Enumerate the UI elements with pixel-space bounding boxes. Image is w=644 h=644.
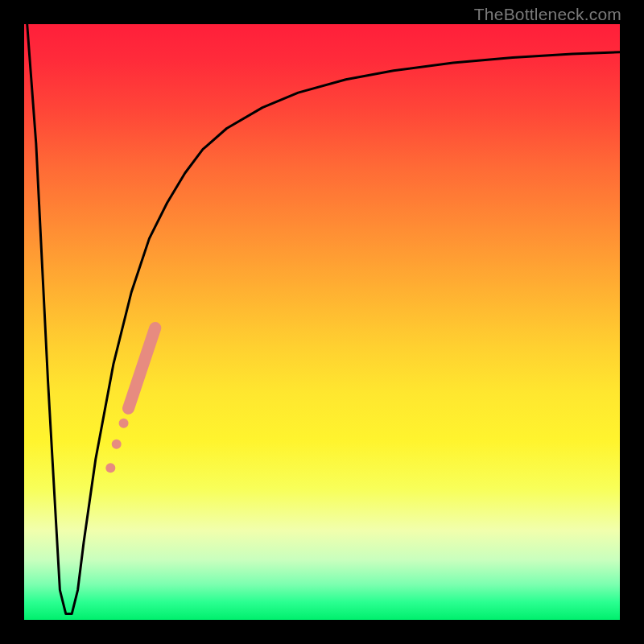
highlight-dot (112, 440, 122, 449)
watermark-text: TheBottleneck.com (474, 5, 621, 24)
highlight-dot (119, 419, 129, 428)
highlight-bar (129, 328, 155, 408)
chart-svg (24, 24, 620, 620)
chart-frame: TheBottleneck.com (0, 0, 644, 644)
highlight-segment (105, 328, 155, 473)
bottleneck-curve (27, 24, 620, 614)
highlight-dot (105, 463, 115, 473)
